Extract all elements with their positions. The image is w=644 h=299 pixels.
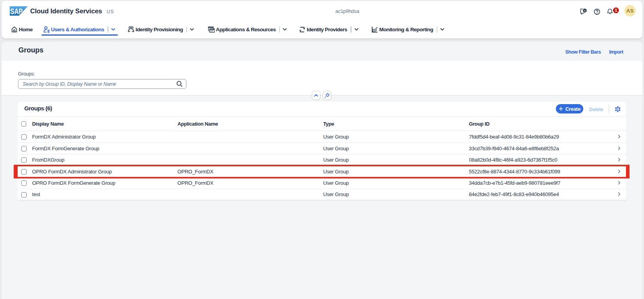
svg-text:SAP: SAP — [10, 7, 23, 16]
